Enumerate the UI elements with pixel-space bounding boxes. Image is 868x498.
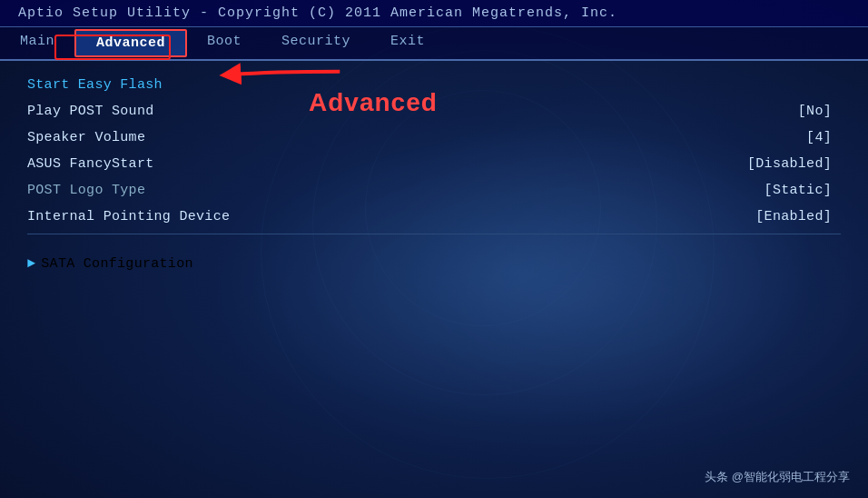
asus-fancystart-label: ASUS FancyStart [27,156,154,172]
speaker-volume-label: Speaker Volume [27,130,145,145]
bios-item-sata-configuration[interactable]: ►SATA Configuration [27,251,841,277]
tab-advanced[interactable]: Advanced [74,29,187,57]
play-post-sound-label: Play POST Sound [27,104,154,119]
separator [27,234,841,234]
bios-container: Aptio Setup Utility - Copyright (C) 2011… [0,0,868,498]
tab-main[interactable]: Main [0,29,74,57]
bios-item-speaker-volume[interactable]: Speaker Volume [4] [27,124,841,151]
main-panel: Advanced Start Easy Flash Play POST Soun… [0,61,868,498]
bios-item-internal-pointing-device[interactable]: Internal Pointing Device [Enabled] [27,204,841,230]
sata-configuration-label: ►SATA Configuration [27,256,193,272]
internal-pointing-device-label: Internal Pointing Device [27,209,230,224]
speaker-volume-value: [4] [806,130,841,145]
content-area: Advanced Start Easy Flash Play POST Soun… [0,61,868,498]
internal-pointing-device-value: [Enabled] [755,209,841,224]
tab-security[interactable]: Security [261,29,370,57]
asus-fancystart-value: [Disabled] [747,156,841,172]
advanced-annotation: Advanced [309,88,438,117]
watermark-text: 头条 @智能化弱电工程分享 [705,470,850,483]
play-post-sound-value: [No] [798,104,841,119]
bios-item-asus-fancystart[interactable]: ASUS FancyStart [Disabled] [27,151,841,177]
post-logo-type-value: [Static] [764,183,841,198]
title-bar: Aptio Setup Utility - Copyright (C) 2011… [0,0,868,27]
start-easy-flash-value [832,77,841,93]
menu-bar: Main Advanced Boot Security Exit [0,27,868,61]
bios-item-post-logo-type[interactable]: POST Logo Type [Static] [27,177,841,204]
start-easy-flash-label: Start Easy Flash [27,77,163,93]
sata-arrow-icon: ► [27,256,35,272]
tab-exit[interactable]: Exit [370,29,445,57]
post-logo-type-label: POST Logo Type [27,183,145,198]
sata-label-text: SATA Configuration [41,256,192,272]
title-text: Aptio Setup Utility - Copyright (C) 2011… [18,5,617,21]
tab-boot[interactable]: Boot [187,29,261,57]
watermark: 头条 @智能化弱电工程分享 [705,469,850,485]
annotation-label: Advanced [309,88,438,116]
